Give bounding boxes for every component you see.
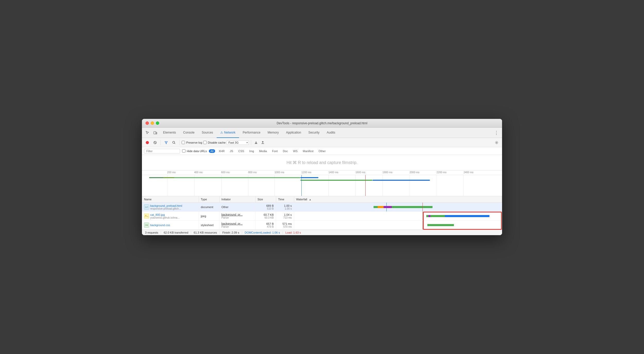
ruler-1400ms: 1400 ms [328,171,338,174]
svg-rect-9 [145,215,148,218]
name-cell-2: cat_800.jpg yoavweiss.github.io/ima... [142,212,199,221]
filter-type-media[interactable]: Media [258,149,268,153]
tab-audits[interactable]: Audits [323,128,339,138]
search-button[interactable] [171,139,177,146]
warning-icon: ⚠ [220,131,223,134]
filter-type-all[interactable]: All [209,149,215,153]
record-button[interactable] [144,139,151,146]
throttle-select[interactable]: Fast 3G Slow 3G No throttling Offline [227,140,249,145]
wf-wait-1 [384,206,392,208]
tab-console[interactable]: Console [180,128,198,138]
time-cell-1: 1.00 s 1.00 s [276,203,294,212]
network-table: Name Type Initiator Size Time Waterfall … [142,196,502,230]
minimize-button[interactable] [151,121,154,125]
filter-bar: Hide data URLs All XHR JS CSS Img Media … [142,147,502,155]
status-dom-content-loaded: DOMContentLoaded: 1.06 s [242,231,283,234]
name-cell-1: background_preload.html responsive-prelo… [142,203,199,212]
filter-button[interactable] [163,139,170,146]
wf-load-line-3 [422,221,423,229]
filter-type-doc[interactable]: Doc [281,149,290,153]
col-time[interactable]: Time [276,196,294,203]
svg-point-2 [146,141,149,144]
status-finish: Finish: 2.09 s [220,231,242,234]
initiator-link-3[interactable]: background_pr... [222,222,243,225]
status-resources: 61.3 KB resources [191,231,220,234]
wf-wait-2 [426,215,428,217]
inspect-icon[interactable] [144,129,151,136]
close-button[interactable] [146,121,149,125]
timeline-area: 200 ms 400 ms 600 ms 800 ms 1000 ms 1200… [142,170,502,196]
disable-cache-label[interactable]: Disable cache [203,141,226,144]
col-initiator[interactable]: Initiator [219,196,255,203]
network-table-container: Name Type Initiator Size Time Waterfall … [142,196,502,230]
devtools-window: DevTools - responsive-preload.glitch.me/… [142,119,502,235]
device-toggle-icon[interactable] [152,129,159,136]
more-tabs-button[interactable]: ⋮ [493,129,500,136]
table-row[interactable]: cat_800.jpg yoavweiss.github.io/ima... j… [142,212,502,221]
ruler-1000ms: 1000 ms [274,171,284,174]
filter-type-js[interactable]: JS [228,149,235,153]
html-file-icon [144,204,149,210]
status-requests: 3 requests [145,231,161,234]
export-button[interactable] [253,140,259,145]
svg-rect-1 [156,132,157,134]
filter-type-css[interactable]: CSS [237,149,246,153]
maximize-button[interactable] [156,121,159,125]
filter-input[interactable] [144,149,180,153]
type-cell-3: stylesheet [199,221,219,230]
settings-button[interactable] [493,139,500,146]
filter-type-manifest[interactable]: Manifest [301,149,315,153]
filter-type-other[interactable]: Other [317,149,327,153]
preserve-log-checkbox[interactable] [182,141,185,144]
col-type[interactable]: Type [199,196,219,203]
filename-sub-2: yoavweiss.github.io/ima... [150,216,180,219]
import-button[interactable] [260,140,266,145]
table-row[interactable]: CSS background.css stylesheet background… [142,221,502,230]
status-load: Load: 1.63 s [283,231,304,234]
filename-sub-1: responsive-preload.glitch... [150,207,182,210]
disable-cache-checkbox[interactable] [203,141,207,144]
wf-receive-2b [445,215,490,217]
status-bar: 3 requests 62.0 KB transferred 61.3 KB r… [142,230,502,235]
ruler-2200ms: 2200 ms [437,171,446,174]
tab-elements[interactable]: Elements [159,128,180,138]
filter-type-ws[interactable]: WS [291,149,299,153]
filter-type-xhr[interactable]: XHR [217,149,226,153]
filename-2: cat_800.jpg [150,213,180,216]
hide-data-urls-checkbox[interactable] [182,149,185,153]
col-waterfall[interactable]: Waterfall ▲ [294,196,502,203]
tab-application[interactable]: Application [282,128,305,138]
col-name[interactable]: Name [142,196,199,203]
tab-sources[interactable]: Sources [198,128,217,138]
table-row[interactable]: background_preload.html responsive-prelo… [142,203,502,212]
initiator-sub-2: Parser [222,216,229,219]
filmstrip-area: Hit ⌘ R to reload and capture filmstrip. [142,155,502,170]
initiator-link-2[interactable]: background_pr... [222,213,243,216]
ruler-2000ms: 2000 ms [410,171,419,174]
devtools-tabs: Elements Console Sources ⚠ Network Perfo… [142,128,502,138]
wf-connect-1 [378,206,384,208]
tab-network[interactable]: ⚠ Network [217,128,239,138]
initiator-cell-1: Other [219,203,255,212]
col-size[interactable]: Size [255,196,276,203]
waterfall-cell-2 [294,212,502,221]
ruler-600ms: 600 ms [221,171,230,174]
window-title: DevTools - responsive-preload.glitch.me/… [277,121,367,125]
filmstrip-message: Hit ⌘ R to reload and capture filmstrip. [286,160,358,165]
filter-type-font[interactable]: Font [270,149,279,153]
wf-dns-1 [374,206,378,208]
clear-button[interactable] [152,139,158,146]
filter-type-img[interactable]: Img [248,149,256,153]
tab-performance[interactable]: Performance [239,128,264,138]
type-cell-2: jpeg [199,212,219,221]
tab-security[interactable]: Security [305,128,323,138]
waterfall-cell-1 [294,203,502,212]
tab-memory[interactable]: Memory [264,128,282,138]
preserve-log-label[interactable]: Preserve log [182,141,202,144]
tl-waiting-bar [149,177,300,178]
initiator-cell-3: background_pr... Parser [219,221,255,230]
hide-data-urls-label[interactable]: Hide data URLs [182,149,207,153]
ruler-200ms: 200 ms [167,171,176,174]
wf-receive-1 [392,206,433,208]
svg-text:CSS: CSS [145,224,148,226]
